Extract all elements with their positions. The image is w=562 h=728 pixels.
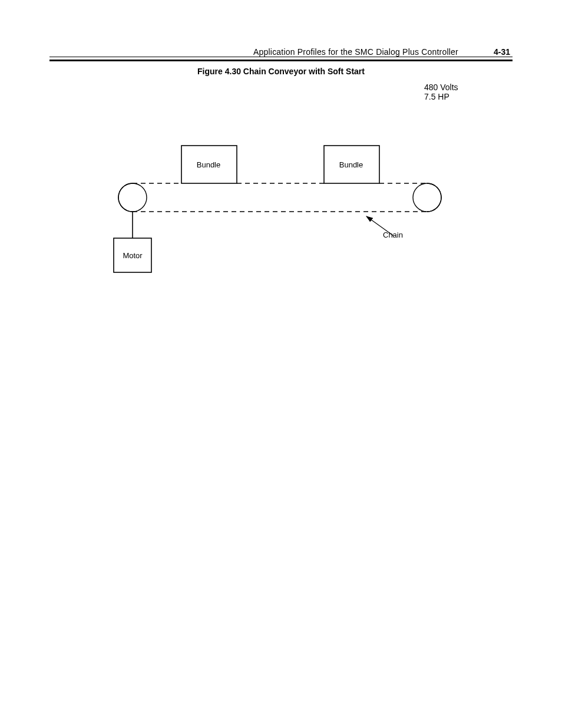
- chain-label: Chain: [383, 230, 403, 239]
- bundle-label-right: Bundle: [339, 160, 363, 169]
- header-rule-thin: [49, 57, 513, 57]
- bundle-label-left: Bundle: [197, 160, 220, 169]
- chain-top-arc-left: [118, 183, 133, 197]
- running-header: Application Profiles for the SMC Dialog …: [253, 47, 458, 57]
- page-number: 4-31: [494, 47, 510, 57]
- header-rule-thick: [49, 60, 513, 61]
- motor-label: Motor: [123, 251, 143, 260]
- chain-top-arc-right: [427, 183, 441, 197]
- document-page: Application Profiles for the SMC Dialog …: [0, 0, 562, 728]
- figure-diagram: Chain Bundle Bundle Motor: [112, 77, 454, 289]
- chain-bottom-arc-right: [427, 197, 441, 212]
- chain-bottom-arc-left: [118, 197, 133, 212]
- figure-caption: Figure 4.30 Chain Conveyor with Soft Sta…: [0, 67, 562, 76]
